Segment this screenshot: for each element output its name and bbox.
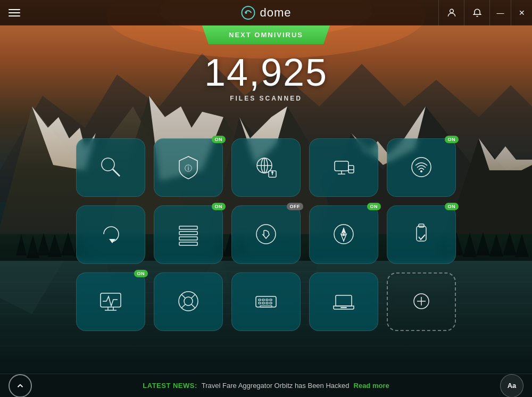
svg-rect-56 [335,161,348,171]
svg-rect-67 [179,242,197,245]
tile-safe-browsing[interactable]: ON ⓘ [154,138,223,197]
svg-point-45 [450,9,453,13]
firewall-badge: ON [212,203,226,210]
refresh-icon [97,221,124,249]
app-title: dome [260,6,291,20]
titlebar-controls: — ✕ [438,0,532,26]
tile-firewall[interactable]: ON [154,205,223,264]
tile-web-protection[interactable] [231,138,301,197]
svg-point-62 [420,170,422,172]
svg-text:ⓘ: ⓘ [185,164,192,172]
svg-rect-64 [179,226,197,229]
svg-rect-88 [266,299,268,301]
tiles-row-1: ON ⓘ [76,138,456,197]
scan-button[interactable]: NEXT OMNIVIRUS [202,26,330,44]
devices-icon [330,154,357,182]
svg-point-43 [242,6,254,19]
touch-icon [253,221,279,249]
notifications-button[interactable] [464,0,489,26]
bottom-bar: LATEST NEWS: Travel Fare Aggregator Orbi… [0,374,532,397]
user-button[interactable] [438,0,464,26]
svg-rect-74 [419,224,424,227]
news-label: LATEST NEWS: [143,382,197,390]
tile-wifi-protection[interactable]: ON [387,138,456,197]
scan-area: NEXT OMNIVIRUS [202,26,330,44]
tiles-row-2: ON OFF ON [76,205,456,264]
counter-area: 14,925 FILES SCANNED [204,53,328,102]
svg-rect-87 [262,299,264,301]
hamburger-menu-button[interactable] [9,9,20,16]
tiles-container: ON ⓘ [76,138,456,331]
lifebuoy-icon [175,288,202,316]
activity-icon [97,288,124,316]
svg-rect-95 [336,295,352,306]
dome-logo-icon [240,5,255,20]
svg-rect-90 [259,302,261,304]
svg-point-68 [256,225,276,244]
firewall-icon [175,221,202,249]
shield-icon: ⓘ [175,154,202,182]
tile-help[interactable] [154,272,223,331]
tile-password[interactable] [231,272,301,331]
wifi-circle-icon [408,154,435,182]
globe-lock-icon [253,154,279,182]
svg-rect-94 [260,305,272,307]
svg-rect-91 [262,302,264,304]
svg-line-84 [192,304,195,308]
tile-backup[interactable] [76,205,145,264]
anti-theft-badge: OFF [287,203,304,210]
news-area: LATEST NEWS: Travel Fare Aggregator Orbi… [32,382,500,390]
monitor-badge: ON [134,270,148,277]
vpn-badge: ON [367,203,381,210]
tile-laptop[interactable] [309,272,378,331]
plus-icon [408,288,435,316]
svg-rect-65 [179,231,197,235]
svg-rect-89 [270,299,272,301]
svg-line-47 [113,169,120,176]
svg-point-44 [245,12,247,14]
app-logo-area: dome [240,5,291,20]
scroll-up-button[interactable] [9,374,32,398]
svg-line-82 [192,294,195,298]
tile-scan[interactable] [76,138,145,197]
tile-vpn[interactable]: ON [309,205,378,264]
svg-rect-86 [259,299,261,301]
search-icon [97,154,124,182]
usb-badge: ON [445,203,459,210]
svg-point-54 [271,171,273,173]
wifi-badge: ON [445,136,459,143]
files-scanned-number: 14,925 [204,53,328,92]
usb-check-icon [408,221,435,249]
safe-browsing-badge: ON [212,136,226,143]
read-more-link[interactable]: Read more [354,382,389,390]
tile-device-protection[interactable] [309,138,378,197]
news-text: Travel Fare Aggregator Orbitz has Been H… [202,382,350,390]
laptop-icon [330,288,357,316]
svg-point-72 [343,233,345,235]
minimize-button[interactable]: — [489,0,511,26]
tile-monitor[interactable]: ON [76,272,145,331]
svg-rect-92 [266,302,268,304]
tile-add[interactable] [387,272,456,331]
titlebar: dome — ✕ [0,0,532,26]
svg-line-83 [181,304,185,308]
svg-point-46 [102,158,114,171]
svg-point-80 [184,297,193,305]
compass-icon [330,221,357,249]
tile-anti-theft[interactable]: OFF [231,205,301,264]
svg-point-61 [412,158,431,177]
svg-rect-96 [340,307,347,308]
svg-rect-93 [270,302,272,304]
svg-rect-59 [348,166,354,173]
close-button[interactable]: ✕ [511,0,532,26]
tile-usb[interactable]: ON [387,205,456,264]
files-scanned-label: FILES SCANNED [204,95,328,102]
keyboard-icon [253,288,279,316]
svg-rect-66 [179,237,197,240]
font-toggle-button[interactable]: Aa [500,374,523,398]
svg-line-81 [181,294,185,298]
tiles-row-3: ON [76,272,456,331]
